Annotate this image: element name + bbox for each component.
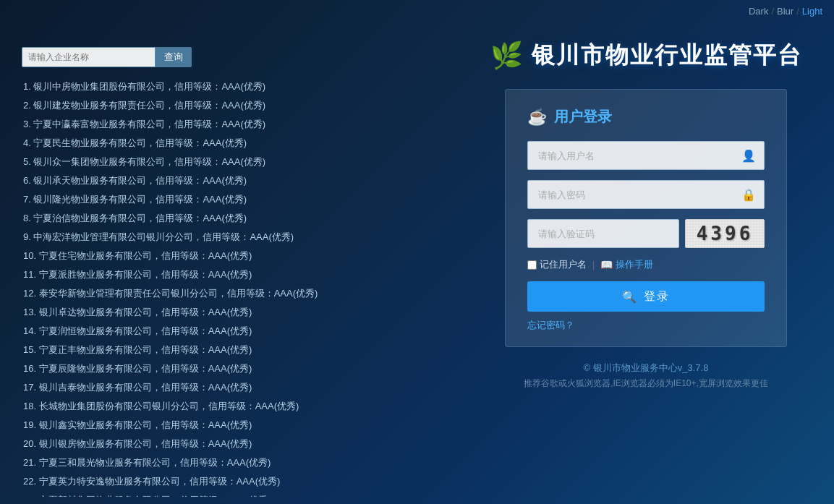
sep2: / — [796, 6, 799, 17]
list-item[interactable]: 20. 银川银房物业服务有限公司，信用等级：AAA(优秀) — [22, 435, 435, 453]
list-item[interactable]: 2. 银川建发物业服务有限责任公司，信用等级：AAA(优秀) — [22, 96, 435, 115]
list-item[interactable]: 9. 中海宏洋物业管理有限公司银川分公司，信用等级：AAA(优秀) — [22, 228, 435, 247]
list-item[interactable]: 3. 宁夏中瀛泰富物业服务有限公司，信用等级：AAA(优秀) — [22, 115, 435, 134]
remember-checkbox[interactable] — [527, 260, 537, 270]
login-search-icon: 🔍 — [622, 290, 638, 304]
remember-text: 记住用户名 — [540, 258, 587, 271]
captcha-image[interactable]: 4396 — [685, 219, 765, 248]
list-item[interactable]: 10. 宁夏住宅物业服务有限公司，信用等级：AAA(优秀) — [22, 247, 435, 265]
login-box: ☕ 用户登录 👤 🔒 4396 记住用户名 | 📖 操作手册 — [505, 89, 787, 347]
username-input[interactable] — [527, 141, 765, 170]
light-theme-link[interactable]: Light — [802, 6, 822, 17]
list-item[interactable]: 13. 银川卓达物业服务有限公司，信用等级：AAA(优秀) — [22, 303, 435, 322]
footer: © 银川市物业服务中心v_3.7.8 推荐谷歌或火狐浏览器,IE浏览器必须为IE… — [524, 362, 768, 390]
captcha-input[interactable] — [527, 219, 679, 248]
tip-text: 推荐谷歌或火狐浏览器,IE浏览器必须为IE10+,宽屏浏览效果更佳 — [524, 377, 768, 390]
company-list: 1. 银川中房物业集团股份有限公司，信用等级：AAA(优秀)2. 银川建发物业服… — [22, 77, 438, 497]
manual-link[interactable]: 📖 操作手册 — [600, 258, 653, 271]
user-icon: 👤 — [741, 149, 756, 163]
leaf-icon: 🌿 — [490, 43, 523, 69]
list-item[interactable]: 22. 宁夏英力特安逸物业服务有限公司，信用等级：AAA(优秀) — [22, 472, 435, 491]
manual-icon: 📖 — [600, 259, 613, 270]
dark-theme-link[interactable]: Dark — [749, 6, 768, 17]
login-button[interactable]: 🔍 登录 — [527, 281, 765, 312]
left-panel: 查询 1. 银川中房物业集团股份有限公司，信用等级：AAA(优秀)2. 银川建发… — [22, 47, 438, 497]
list-item[interactable]: 16. 宁夏辰隆物业服务有限公司，信用等级：AAA(优秀) — [22, 359, 435, 378]
captcha-text: 4396 — [686, 220, 764, 247]
list-item[interactable]: 11. 宁夏派胜物业服务有限公司，信用等级：AAA(优秀) — [22, 265, 435, 284]
list-item[interactable]: 21. 宁夏三和晨光物业服务有限公司，信用等级：AAA(优秀) — [22, 453, 435, 472]
right-panel: 🌿 银川市物业行业监管平台 ☕ 用户登录 👤 🔒 4396 记住用户名 — [480, 40, 812, 390]
login-button-label: 登录 — [644, 289, 670, 304]
list-item[interactable]: 18. 长城物业集团股份有限公司银川分公司，信用等级：AAA(优秀) — [22, 397, 435, 416]
login-title: 用户登录 — [554, 107, 612, 127]
platform-title: 🌿 银川市物业行业监管平台 — [490, 40, 802, 72]
blur-theme-link[interactable]: Blur — [777, 6, 793, 17]
list-item[interactable]: 6. 银川承天物业服务有限公司，信用等级：AAA(优秀) — [22, 171, 435, 190]
list-item[interactable]: 23. 宁夏新材集团物业服务有限公司，信用等级：AAA(优秀) — [22, 491, 435, 497]
copyright-text: © 银川市物业服务中心v_3.7.8 — [524, 362, 768, 375]
platform-name: 银川市物业行业监管平台 — [532, 40, 802, 72]
list-item[interactable]: 19. 银川鑫实物业服务有限公司，信用等级：AAA(优秀) — [22, 416, 435, 435]
search-button[interactable]: 查询 — [156, 47, 192, 67]
remember-label[interactable]: 记住用户名 — [527, 258, 587, 271]
divider: | — [592, 260, 595, 270]
options-row: 记住用户名 | 📖 操作手册 — [527, 258, 765, 271]
captcha-row: 4396 — [527, 219, 765, 248]
list-item[interactable]: 14. 宁夏润恒物业服务有限公司，信用等级：AAA(优秀) — [22, 322, 435, 341]
list-item[interactable]: 7. 银川隆光物业服务有限公司，信用等级：AAA(优秀) — [22, 190, 435, 209]
list-item[interactable]: 15. 宁夏正丰物业服务有限公司，信用等级：AAA(优秀) — [22, 341, 435, 359]
list-item[interactable]: 8. 宁夏治信物业服务有限公司，信用等级：AAA(优秀) — [22, 209, 435, 228]
list-item[interactable]: 1. 银川中房物业集团股份有限公司，信用等级：AAA(优秀) — [22, 77, 435, 96]
search-input[interactable] — [22, 47, 156, 67]
list-item[interactable]: 4. 宁夏民生物业服务有限公司，信用等级：AAA(优秀) — [22, 134, 435, 153]
list-item[interactable]: 17. 银川吉泰物业服务有限公司，信用等级：AAA(优秀) — [22, 378, 435, 397]
lock-icon: 🔒 — [741, 188, 756, 202]
username-field: 👤 — [527, 141, 765, 170]
login-header: ☕ 用户登录 — [527, 107, 765, 127]
list-item[interactable]: 12. 泰安华新物业管理有限责任公司银川分公司，信用等级：AAA(优秀) — [22, 284, 435, 303]
cup-icon: ☕ — [527, 108, 547, 127]
list-item[interactable]: 5. 银川众一集团物业服务有限公司，信用等级：AAA(优秀) — [22, 153, 435, 171]
forgot-password-link[interactable]: 忘记密码？ — [527, 319, 765, 332]
theme-switcher: Dark / Blur / Light — [749, 6, 822, 17]
manual-text: 操作手册 — [616, 258, 653, 271]
sep1: / — [771, 6, 774, 17]
search-bar: 查询 — [22, 47, 438, 67]
company-list-wrapper: 1. 银川中房物业集团股份有限公司，信用等级：AAA(优秀)2. 银川建发物业服… — [22, 77, 438, 497]
password-input[interactable] — [527, 180, 765, 209]
password-field: 🔒 — [527, 180, 765, 209]
